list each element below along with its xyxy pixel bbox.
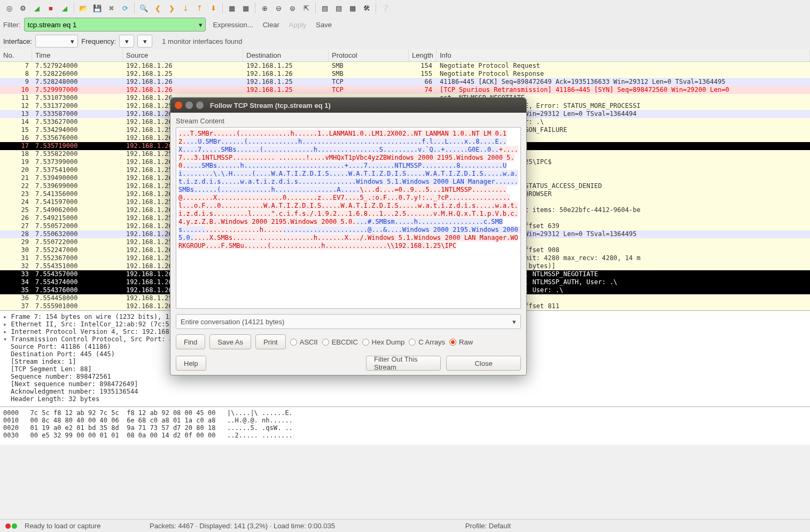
autoscroll-icon[interactable]: ⬇ bbox=[207, 2, 219, 14]
separator bbox=[315, 3, 316, 13]
dialog-title: Follow TCP Stream (tcp.stream eq 1) bbox=[210, 101, 331, 109]
help-icon[interactable]: ❔ bbox=[379, 2, 391, 14]
save-link[interactable]: Save bbox=[316, 21, 332, 29]
radio-raw[interactable]: Raw bbox=[449, 338, 473, 346]
packet-bytes[interactable]: 0000 7c 5c f8 12 ab 92 7c 5c f8 12 ab 92… bbox=[0, 406, 810, 445]
start-capture-icon[interactable]: ◢ bbox=[31, 2, 43, 14]
filter-actions: Expression... Clear Apply Save bbox=[213, 21, 332, 29]
frequency-dropdown-1[interactable]: ▾ bbox=[119, 35, 134, 48]
packet-row[interactable]: 77.527924000192.168.1.26192.168.1.25SMB1… bbox=[0, 62, 810, 70]
interface-bar: Interface: ▾ Frequency: ▾ ▾ 1 monitor in… bbox=[0, 33, 810, 49]
clear-link[interactable]: Clear bbox=[263, 21, 279, 29]
save-file-icon[interactable]: 💾 bbox=[91, 2, 103, 14]
resize-cols-icon[interactable]: ⇱ bbox=[300, 2, 312, 14]
window-minimize-icon[interactable] bbox=[185, 101, 193, 109]
stream-segment[interactable]: ..... bbox=[325, 162, 345, 169]
restart-capture-icon[interactable]: ◢ bbox=[59, 2, 71, 14]
window-close-icon[interactable] bbox=[175, 101, 182, 109]
next-icon[interactable]: ❯ bbox=[166, 2, 177, 14]
stream-segment[interactable]: ...U.SMBr......(.............h...... bbox=[186, 138, 325, 145]
separator bbox=[74, 3, 74, 13]
stream-segment[interactable]: ...F.SMBu......(.............h..........… bbox=[209, 242, 456, 249]
interfaces-icon[interactable]: ◎ bbox=[3, 2, 15, 14]
detail-line[interactable]: Header Length: 32 bytes bbox=[0, 395, 810, 403]
detail-line[interactable]: [Next sequence number: 898472649] bbox=[0, 380, 810, 388]
caret-down-icon: ▾ bbox=[512, 318, 516, 326]
reload-icon[interactable]: ⟳ bbox=[119, 2, 131, 14]
interface-label: Interface: bbox=[3, 37, 32, 45]
radio-carr-label: C Arrays bbox=[418, 338, 445, 346]
zoom-in-icon[interactable]: ⊕ bbox=[259, 2, 270, 14]
packet-header: No. Time Source Destination Protocol Len… bbox=[0, 49, 810, 62]
col-info[interactable]: Info bbox=[437, 49, 810, 61]
zoom-reset-icon[interactable]: ⊜ bbox=[286, 2, 298, 14]
dialog-titlebar[interactable]: Follow TCP Stream (tcp.stream eq 1) bbox=[170, 98, 526, 113]
statusbar: Ready to load or capture Packets: 4467 ·… bbox=[0, 519, 810, 532]
capture-filters-icon[interactable]: ▧ bbox=[319, 2, 331, 14]
radio-ascii-label: ASCII bbox=[300, 338, 318, 346]
packet-row[interactable]: 107.529997000192.168.1.26192.168.1.25TCP… bbox=[0, 86, 810, 94]
packet-row[interactable]: 87.528226000192.168.1.25192.168.1.26SMB1… bbox=[0, 70, 810, 78]
save-as-button[interactable]: Save As bbox=[209, 334, 251, 349]
display-filters-icon[interactable]: ▨ bbox=[333, 2, 345, 14]
col-src[interactable]: Source bbox=[123, 49, 243, 61]
filter-bar: Filter: ▾ Expression... Clear Apply Save bbox=[0, 16, 810, 33]
col-dst[interactable]: Destination bbox=[243, 49, 329, 61]
capture-state-icon[interactable] bbox=[12, 523, 17, 529]
jump-first-icon[interactable]: ⤒ bbox=[193, 2, 205, 14]
find-icon[interactable]: 🔍 bbox=[138, 2, 150, 14]
status-profile[interactable]: Profile: Default bbox=[465, 522, 511, 530]
filter-dropdown-icon[interactable]: ▾ bbox=[196, 21, 205, 29]
zoom-out-icon[interactable]: ⊖ bbox=[272, 2, 284, 14]
colorize-icon[interactable]: ▦ bbox=[226, 2, 238, 14]
stream-segment[interactable]: ....SMBs......h..................... bbox=[186, 162, 325, 169]
expression-link[interactable]: Expression... bbox=[213, 21, 253, 29]
stream-content-label: Stream Content bbox=[176, 117, 521, 125]
filter-input-wrap[interactable]: ▾ bbox=[24, 18, 206, 32]
find-button[interactable]: Find bbox=[176, 334, 205, 349]
stream-segment[interactable]: ..............h..... bbox=[206, 226, 283, 233]
radio-hex-label: Hex Dump bbox=[372, 338, 404, 346]
stop-capture-icon[interactable]: ■ bbox=[45, 2, 57, 14]
radio-ascii[interactable]: ASCII bbox=[290, 338, 318, 346]
stream-segment[interactable]: +....7.. bbox=[345, 162, 376, 169]
separator bbox=[376, 3, 376, 13]
separator bbox=[134, 3, 135, 13]
help-button[interactable]: Help bbox=[176, 356, 206, 371]
expert-info-icon[interactable] bbox=[5, 523, 11, 529]
coloring-rules-icon[interactable]: ▩ bbox=[347, 2, 359, 14]
filter-label: Filter: bbox=[3, 21, 21, 29]
radio-ebcdic[interactable]: EBCDIC bbox=[322, 338, 358, 346]
stream-content[interactable]: ...T.SMBr......(.............h......1..L… bbox=[176, 127, 521, 309]
options-icon[interactable]: ⚙ bbox=[17, 2, 29, 14]
status-ready: Ready to load or capture bbox=[25, 522, 100, 530]
close-file-icon[interactable]: ✖ bbox=[105, 2, 117, 14]
filter-out-button[interactable]: Filter Out This Stream bbox=[366, 356, 441, 371]
autoscroll-live-icon[interactable]: ▦ bbox=[240, 2, 252, 14]
main-toolbar: ◎ ⚙ ◢ ■ ◢ 📂 💾 ✖ ⟳ 🔍 ❮ ❯ ⤓ ⤒ ⬇ ▦ ▦ ⊕ ⊖ ⊜ … bbox=[0, 0, 810, 16]
radio-hexdump[interactable]: Hex Dump bbox=[362, 338, 404, 346]
detail-line[interactable]: Acknowledgment number: 1935136544 bbox=[0, 388, 810, 395]
col-time[interactable]: Time bbox=[32, 49, 123, 61]
apply-link[interactable]: Apply bbox=[289, 21, 307, 29]
close-button[interactable]: Close bbox=[446, 356, 521, 371]
col-len[interactable]: Length bbox=[409, 49, 437, 61]
open-file-icon[interactable]: 📂 bbox=[77, 2, 89, 14]
status-packets: Packets: 4467 · Displayed: 141 (3,2%) · … bbox=[150, 522, 335, 530]
interface-dropdown[interactable]: ▾ bbox=[35, 35, 78, 48]
window-maximize-icon[interactable] bbox=[196, 101, 204, 109]
preferences-icon[interactable]: 🛠 bbox=[361, 2, 372, 14]
filter-input[interactable] bbox=[25, 21, 196, 29]
conversation-dropdown[interactable]: Entire conversation (14121 bytes) ▾ bbox=[176, 314, 521, 329]
print-button[interactable]: Print bbox=[255, 334, 286, 349]
radio-carrays[interactable]: C Arrays bbox=[409, 338, 445, 346]
prev-icon[interactable]: ❮ bbox=[152, 2, 163, 14]
frequency-dropdown-2[interactable]: ▾ bbox=[137, 35, 152, 48]
separator bbox=[255, 3, 255, 13]
col-proto[interactable]: Protocol bbox=[329, 49, 409, 61]
col-no[interactable]: No. bbox=[0, 49, 32, 61]
separator bbox=[222, 3, 223, 13]
packet-row[interactable]: 97.528248000192.168.1.26192.168.1.25TCP6… bbox=[0, 78, 810, 86]
radio-ebcdic-label: EBCDIC bbox=[332, 338, 358, 346]
jump-last-icon[interactable]: ⤓ bbox=[180, 2, 191, 14]
